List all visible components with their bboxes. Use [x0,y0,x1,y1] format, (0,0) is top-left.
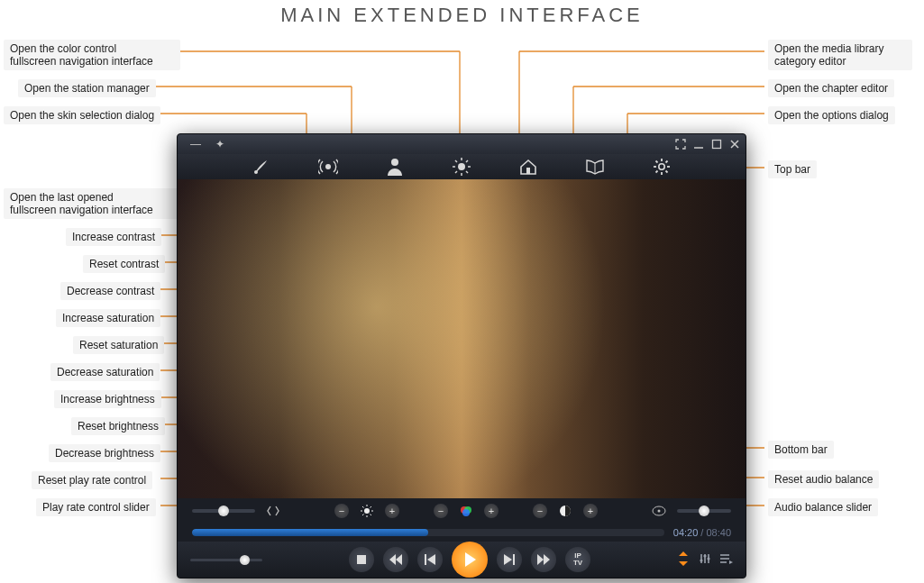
decrease-brightness-button[interactable]: − [334,504,349,518]
rewind-button[interactable] [383,547,408,572]
svg-point-89 [707,557,709,560]
label-inc-contrast: Increase contrast [66,228,161,246]
nav-person-icon[interactable] [384,156,406,178]
control-bar: IP TV [178,542,746,578]
label-options: Open the options dialog [768,106,895,124]
equalizer-icon[interactable] [699,552,711,568]
svg-point-80 [658,510,661,513]
next-button[interactable] [497,547,522,572]
label-balance-slider: Audio balance slider [768,498,878,516]
expand-up-down-icon[interactable] [677,551,690,569]
contrast-icon[interactable] [558,504,572,518]
svg-point-87 [700,559,702,561]
svg-point-44 [325,164,331,169]
increase-brightness-button[interactable]: + [385,504,399,518]
svg-line-65 [656,171,658,173]
top-bar [178,154,746,179]
svg-line-62 [656,161,658,163]
library-house-icon[interactable] [517,156,539,178]
decrease-saturation-button[interactable]: − [434,504,448,518]
label-rate-slider: Play rate control slider [36,498,156,516]
station-broadcast-icon[interactable] [317,156,339,178]
svg-line-53 [466,160,468,162]
label-dec-bright: Decrease brightness [49,444,160,462]
svg-rect-81 [357,555,366,564]
label-reset-rate: Reset play rate control [32,471,152,489]
chapter-book-icon[interactable] [584,156,606,178]
label-media-lib: Open the media library category editor [768,40,912,70]
time-total: 08:40 [706,527,731,538]
time-display: 04:20 / 08:40 [673,527,731,538]
titlebar-dash-icon[interactable]: — [190,138,201,150]
reset-play-rate-icon[interactable] [266,504,280,518]
seek-fill [192,529,428,536]
volume-slider[interactable] [190,559,262,561]
maximize-icon[interactable] [711,139,722,150]
bottom-bar: − + − + − + [178,498,746,524]
svg-line-71 [362,506,364,508]
label-station-mgr: Open the station manager [18,79,156,97]
reset-audio-balance-icon[interactable] [652,504,666,518]
brightness-icon[interactable] [360,504,374,518]
page-title: MAIN EXTENDED INTERFACE [0,4,924,27]
svg-line-63 [666,171,668,173]
previous-button[interactable] [417,547,443,572]
audio-balance-slider[interactable] [677,509,731,513]
fast-forward-button[interactable] [531,547,556,572]
time-current: 04:20 [673,527,699,538]
titlebar-sparkle-icon[interactable]: ✦ [215,138,224,150]
label-reset-contrast: Reset contrast [83,255,165,273]
svg-rect-82 [425,554,426,565]
svg-point-45 [391,159,398,166]
svg-rect-55 [526,168,530,174]
svg-line-73 [371,506,372,508]
svg-line-74 [362,515,364,516]
play-button[interactable] [452,542,488,578]
svg-line-54 [455,171,457,173]
minimize-icon[interactable] [693,139,704,150]
label-inc-bright: Increase brightness [54,390,161,408]
label-top-bar: Top bar [768,160,817,178]
skin-brush-icon[interactable] [251,156,272,178]
playlist-icon[interactable] [720,552,733,567]
fullscreen-icon[interactable] [675,139,686,150]
iptv-button[interactable]: IP TV [565,547,590,572]
progress-bar-row: 04:20 / 08:40 [178,524,746,542]
svg-point-57 [659,164,664,169]
svg-point-77 [462,509,470,516]
svg-point-88 [703,554,706,557]
decrease-contrast-button[interactable]: − [533,504,547,518]
svg-line-72 [371,515,372,516]
svg-line-52 [466,171,468,173]
svg-rect-83 [513,554,515,565]
label-color-nav: Open the color control fullscreen naviga… [4,40,180,70]
label-inc-sat: Increase saturation [56,309,160,327]
saturation-icon[interactable] [459,504,473,518]
svg-line-51 [455,160,457,162]
svg-point-43 [254,170,258,174]
options-gear-icon[interactable] [651,156,672,178]
label-reset-balance: Reset audio balance [768,470,879,488]
close-icon[interactable] [729,139,740,150]
label-reset-sat: Reset saturation [73,336,164,354]
stop-button[interactable] [349,547,374,572]
label-chapter-ed: Open the chapter editor [768,79,894,97]
svg-point-66 [364,508,370,514]
label-bottom-bar: Bottom bar [768,441,834,459]
color-sun-icon[interactable] [451,156,472,178]
label-skin-dialog: Open the skin selection dialog [4,106,160,124]
video-area[interactable] [178,179,746,498]
svg-rect-42 [713,141,721,149]
play-rate-slider[interactable] [192,509,255,513]
increase-contrast-button[interactable]: + [583,504,598,518]
svg-point-46 [458,163,465,170]
player-window: — ✦ [177,133,746,578]
label-dec-sat: Decrease saturation [50,363,160,381]
titlebar: — ✦ [178,134,746,154]
label-last-nav: Open the last opened fullscreen navigati… [4,188,180,219]
label-reset-bright: Reset brightness [71,417,165,435]
increase-saturation-button[interactable]: + [484,504,499,518]
label-dec-contrast: Decrease contrast [60,282,160,300]
svg-line-64 [666,161,668,163]
seek-bar[interactable] [192,529,664,536]
